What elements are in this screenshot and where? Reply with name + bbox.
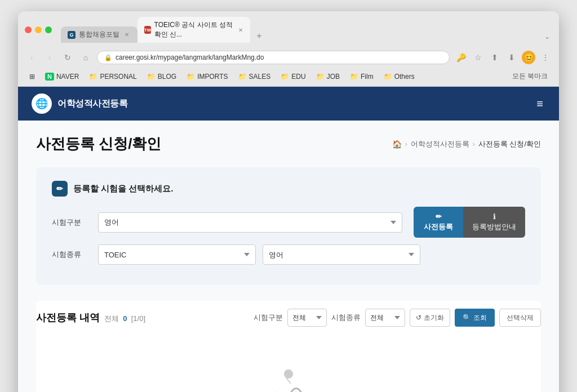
download-icon[interactable]: ⬇ (505, 51, 518, 64)
logo-icon: 🌐 (32, 93, 52, 114)
bookmark-blog-label: BLOG (158, 73, 176, 81)
list-header: 사전등록 내역 전체 0 [1/0] 시험구분 전체 영어 한국어 (36, 301, 541, 335)
bookmark-blog[interactable]: 📁 BLOG (143, 71, 181, 82)
bookmark-personal[interactable]: 📁 PERSONAL (85, 71, 141, 82)
folder-imports-icon: 📁 (187, 73, 195, 81)
bookmark-film[interactable]: 📁 Film (345, 71, 378, 82)
user-avatar[interactable]: 😊 (522, 51, 535, 64)
folder-sales-icon: 📁 (238, 73, 247, 81)
folder-personal-icon: 📁 (89, 73, 97, 81)
collapse-button[interactable]: ⌄ (542, 30, 552, 43)
tab-2-close[interactable]: ✕ (237, 26, 243, 34)
exam-kind-select[interactable]: TOEIC (98, 244, 256, 265)
action-button-group: ✏ 사전등록 ℹ 등록방법안내 (414, 207, 525, 238)
exam-lang-select[interactable]: 영어 (263, 244, 420, 265)
folder-edu-icon: 📁 (281, 73, 289, 81)
bookmark-job[interactable]: 📁 JOB (312, 71, 344, 82)
bookmark-job-label: JOB (327, 73, 340, 81)
bookmark-imports[interactable]: 📁 IMPORTS (182, 71, 232, 82)
bookmark-edu-label: EDU (291, 73, 305, 81)
bookmark-naver[interactable]: N NAVER (41, 71, 83, 82)
address-text: career.gosi.kr/mypage/langmark/langMarkM… (116, 54, 264, 61)
filter-exam-type-label: 시험구분 (254, 313, 283, 323)
back-button[interactable]: ‹ (25, 51, 38, 64)
empty-illustration (255, 364, 322, 392)
bookmark-others[interactable]: 📁 Others (379, 71, 419, 82)
folder-blog-icon: 📁 (147, 73, 156, 81)
register-icon: ✏ (436, 212, 442, 221)
register-button[interactable]: ✏ 사전등록 (414, 207, 463, 238)
list-count: 전체 0 [1/0] (104, 314, 145, 324)
empty-state: 등록된 어학성적이 없습니다. (36, 341, 541, 392)
close-traffic-light[interactable] (25, 26, 32, 33)
all-bookmarks-button[interactable]: 모든 북마크 (508, 70, 552, 83)
minimize-traffic-light[interactable] (35, 26, 42, 33)
address-actions: 🔑 ☆ ⬆ ⬇ 😊 ⋮ (454, 51, 552, 64)
tabs-bar: G 통합채용포털 ✕ TM TOEIC® 공식 사이트 성적확인 신... ✕ … (61, 17, 552, 43)
breadcrumb-home-icon[interactable]: 🏠 (392, 140, 402, 149)
guide-label: 등록방법안내 (472, 222, 516, 232)
bookmark-sales[interactable]: 📁 SALES (234, 71, 276, 82)
breadcrumb: 🏠 › 어학성적사전등록 › 사전등록 신청/확인 (392, 139, 541, 149)
tab-2-label: TOEIC® 공식 사이트 성적확인 신... (154, 20, 234, 39)
apps-grid-icon: ⊞ (29, 73, 35, 81)
new-tab-button[interactable]: + (252, 29, 266, 43)
traffic-lights (25, 26, 52, 33)
site-header: 🌐 어학성적사전등록 ≡ (18, 87, 559, 121)
bookmark-edu[interactable]: 📁 EDU (276, 71, 310, 82)
browser-tab-2[interactable]: TM TOEIC® 공식 사이트 성적확인 신... ✕ (137, 17, 250, 43)
form-card: ✏ 등록할 시험을 선택하세요. 시험구분 영어 한국어 기타 ✏ (36, 167, 541, 285)
reset-button[interactable]: ↺ 초기화 (410, 309, 450, 327)
register-label: 사전등록 (424, 222, 453, 232)
hamburger-menu[interactable]: ≡ (534, 95, 545, 113)
breadcrumb-item-2: 사전등록 신청/확인 (478, 139, 541, 149)
exam-kind-row: 시험종류 TOEIC 영어 (52, 244, 525, 265)
list-title-text: 사전등록 내역 (36, 311, 100, 324)
page-content: 🌐 어학성적사전등록 ≡ 사전등록 신청/확인 🏠 › 어학성적사전등록 › 사… (18, 87, 559, 392)
filter-exam-kind-select[interactable]: 전체 TOEIC (365, 309, 405, 327)
folder-others-icon: 📁 (384, 73, 392, 81)
bookmarks-bar: ⊞ N NAVER 📁 PERSONAL 📁 BLOG 📁 IMPORTS 📁 … (18, 68, 559, 87)
key-icon[interactable]: 🔑 (454, 51, 468, 64)
security-icon: 🔒 (104, 54, 112, 61)
list-section: 사전등록 내역 전체 0 [1/0] 시험구분 전체 영어 한국어 (36, 301, 541, 392)
bookmark-sales-label: SALES (249, 73, 271, 81)
delete-button[interactable]: 선택삭제 (499, 309, 541, 327)
folder-film-icon: 📁 (350, 73, 358, 81)
address-input[interactable]: 🔒 career.gosi.kr/mypage/langmark/langMar… (97, 51, 450, 64)
menu-icon[interactable]: ⋮ (539, 51, 552, 64)
guide-button[interactable]: ℹ 등록방법안내 (463, 207, 525, 238)
count-prefix: 전체 (104, 314, 119, 323)
forward-button[interactable]: › (43, 51, 56, 64)
reset-icon: ↺ (416, 314, 421, 322)
browser-tab-1[interactable]: G 통합채용포털 ✕ (61, 26, 137, 43)
search-button[interactable]: 🔍 조회 (455, 309, 495, 327)
filter-exam-type-select[interactable]: 전체 영어 한국어 (287, 309, 327, 327)
tab-1-label: 통합채용포털 (79, 30, 119, 39)
exam-kind-label: 시험종류 (52, 250, 91, 260)
address-bar: ‹ › ↻ ⌂ 🔒 career.gosi.kr/mypage/langmark… (18, 47, 559, 68)
exam-type-select[interactable]: 영어 한국어 기타 (98, 212, 402, 233)
fullscreen-traffic-light[interactable] (45, 26, 52, 33)
share-icon[interactable]: ⬆ (488, 51, 501, 64)
search-label: 조회 (473, 313, 487, 323)
home-button[interactable]: ⌂ (79, 51, 92, 64)
tab-2-favicon: TM (144, 26, 151, 34)
star-icon[interactable]: ☆ (471, 51, 485, 64)
bookmark-apps[interactable]: ⊞ (25, 71, 39, 82)
form-card-title-text: 등록할 시험을 선택하세요. (73, 184, 174, 194)
folder-job-icon: 📁 (316, 73, 325, 81)
svg-line-1 (286, 378, 291, 384)
filter-exam-kind-label: 시험종류 (331, 313, 361, 323)
exam-type-row: 시험구분 영어 한국어 기타 ✏ 사전등록 ℹ 등 (52, 207, 525, 238)
svg-point-0 (284, 369, 293, 378)
breadcrumb-item-1[interactable]: 어학성적사전등록 (411, 139, 469, 149)
main-body: 사전등록 신청/확인 🏠 › 어학성적사전등록 › 사전등록 신청/확인 ✏ 등… (18, 121, 559, 392)
bookmark-film-label: Film (361, 73, 374, 81)
bookmark-imports-label: IMPORTS (197, 73, 228, 81)
logo-text: 어학성적사전등록 (57, 98, 127, 110)
page-header: 사전등록 신청/확인 🏠 › 어학성적사전등록 › 사전등록 신청/확인 (36, 134, 541, 154)
tab-1-close[interactable]: ✕ (123, 31, 131, 39)
refresh-button[interactable]: ↻ (61, 51, 74, 64)
search-icon: 🔍 (463, 314, 471, 322)
